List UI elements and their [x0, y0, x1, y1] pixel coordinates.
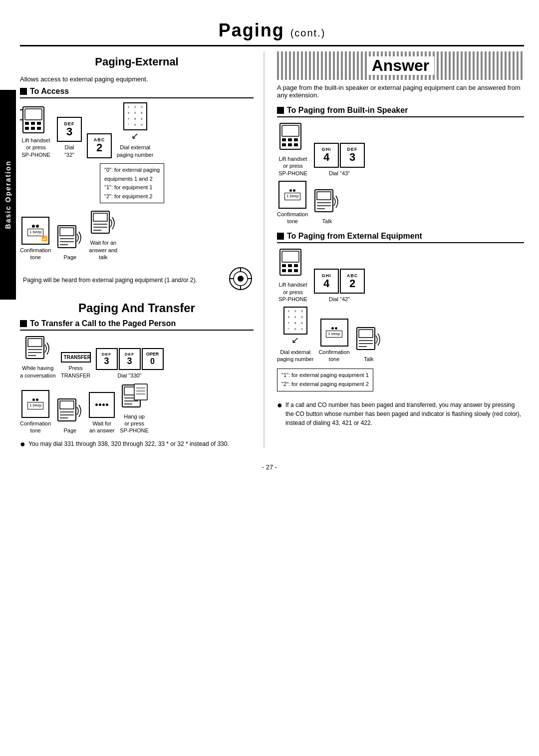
- talk-1-label: Talk: [322, 218, 332, 225]
- svg-rect-63: [294, 264, 298, 267]
- confirmation-tone-box: 1 beep 📶 Confirmation tone: [20, 217, 51, 261]
- dial-330-keys: DEF 3 DEF 3 OPER 0: [96, 348, 164, 370]
- answer-bullet-note: ● If a call and CO number has been paged…: [277, 400, 524, 427]
- beep-icon-5: 1 beep: [320, 319, 348, 347]
- paging-heard-text: Paging will be heard from external pagin…: [23, 276, 221, 285]
- conf-tone-3-label: Confirmation tone: [277, 211, 308, 225]
- svg-point-22: [238, 276, 244, 282]
- page-2-box: Page: [56, 397, 84, 434]
- to-access-header: To Access: [20, 87, 254, 98]
- numpad-icon-box: 123 456 789 *0# ↙ Dial external paging n…: [117, 102, 153, 158]
- svg-rect-16: [93, 213, 107, 221]
- left-column: Paging-External Allows access to externa…: [20, 51, 265, 448]
- talk-2-label: Talk: [364, 356, 374, 363]
- paging-external-section: Paging-External Allows access to externa…: [20, 51, 254, 294]
- svg-rect-60: [282, 251, 299, 262]
- bracket-note-box: "0": for external paging equipments 1 an…: [100, 161, 254, 205]
- paging-heard-note: Paging will be heard from external pagin…: [20, 266, 254, 294]
- ghi-def-keys: GHI 4 DEF 3: [314, 143, 365, 168]
- svg-rect-52: [288, 143, 292, 146]
- numpad-icon: 123 456 789 *0#: [123, 102, 147, 130]
- dial-42-label: Dial "42": [329, 296, 350, 303]
- answer-bullet-text: If a call and CO number has been paged a…: [285, 400, 524, 427]
- speaker-icon: [228, 266, 254, 292]
- lift-handset-box-1: Lift handset or press SP-PHONE: [277, 121, 309, 177]
- svg-rect-50: [294, 138, 298, 141]
- abc-2-key-2: ABC 2: [340, 269, 365, 294]
- dial-arrow-2: ↙: [291, 335, 299, 346]
- dial-32-label: Dial "32": [64, 144, 74, 158]
- page-icon-2: [56, 397, 84, 425]
- phone-icon-2: [277, 121, 309, 153]
- answer-title: Answer: [367, 56, 435, 75]
- paging-transfer-section: Paging And Transfer To Transfer a Call t…: [20, 301, 254, 448]
- black-square-icon-3: [20, 320, 27, 327]
- phone-icon: [20, 105, 52, 137]
- press-transfer-label: Press TRANSFER: [61, 365, 90, 379]
- sidebar-label: Basic Operation: [0, 90, 16, 300]
- lift-handset-label-2: Lift handset or press SP-PHONE: [278, 281, 307, 303]
- speaker-icon-wrap: [228, 266, 254, 294]
- beep-icon: 1 beep 📶: [21, 217, 49, 245]
- page-2-label: Page: [64, 427, 77, 434]
- page-title-bar: Paging (cont.): [20, 15, 524, 46]
- answer-intro: A page from the built-in speaker or exte…: [277, 84, 524, 99]
- ext-equip-note: "1": for external paging equipment 1 "2"…: [277, 369, 373, 391]
- transfer-row1: While having a conversation TRANSFER Pre…: [20, 335, 254, 379]
- svg-rect-6: [31, 127, 35, 130]
- svg-rect-55: [317, 192, 331, 200]
- beep-icon-3: [89, 392, 115, 418]
- bullet-dot: ●: [20, 439, 25, 448]
- def-3-key-answer: DEF 3: [340, 143, 365, 168]
- abc-2-icon-box: ABC 2: [87, 133, 112, 158]
- lift-handset-label-1: Lift handset or press SP-PHONE: [278, 155, 307, 177]
- answer-header: Answer: [277, 51, 524, 80]
- page-icon-box: Page: [56, 224, 84, 261]
- while-having-icon: [24, 335, 52, 363]
- svg-rect-62: [288, 264, 292, 267]
- bullet-dot-2: ●: [277, 400, 282, 409]
- ghi-4-key: GHI 4: [314, 143, 339, 168]
- phone-icon-3: [277, 247, 309, 279]
- paging-options-note: "0": for external paging equipments 1 an…: [100, 163, 164, 203]
- paging-transfer-title: Paging And Transfer: [20, 301, 254, 315]
- wait-answer-label: Wait for an answer: [89, 420, 115, 434]
- page-label: Page: [64, 254, 77, 261]
- svg-rect-1: [25, 109, 42, 120]
- right-column: Answer A page from the built-in speaker …: [265, 51, 524, 448]
- svg-rect-7: [37, 127, 41, 130]
- wait-talk-box: Wait for an answer and talk: [89, 209, 117, 261]
- svg-rect-3: [31, 122, 35, 125]
- dial-external-2-label: Dial external paging number: [277, 349, 313, 363]
- svg-rect-66: [294, 269, 298, 272]
- dial-external-paging-label: Dial external paging number: [117, 144, 153, 158]
- svg-rect-51: [282, 143, 286, 146]
- ext-equip-row1: Lift handset or press SP-PHONE GHI 4 ABC…: [277, 247, 524, 303]
- talk-2-box: Talk: [355, 326, 383, 363]
- svg-rect-48: [282, 138, 286, 141]
- talk-1-box: Talk: [313, 188, 341, 225]
- def-3-key: DEF 3: [57, 117, 82, 142]
- conf-tone-2-label: Confirmation tone: [20, 420, 51, 434]
- confirmation-tone-label: Confirmation tone: [20, 247, 51, 261]
- ext-bracket-box: "1": for external paging equipment 1 "2"…: [277, 367, 524, 393]
- conf-tone-4-box: 1 beep Confirmation tone: [318, 319, 349, 363]
- svg-rect-33: [60, 401, 74, 409]
- svg-rect-2: [25, 122, 29, 125]
- built-in-row2: 1 beep Confirmation tone Talk: [277, 181, 524, 225]
- svg-rect-11: [60, 228, 74, 236]
- dial-330-box: DEF 3 DEF 3 OPER 0 D: [96, 348, 164, 379]
- transfer-row2: 1 beep Confirmation tone: [20, 383, 254, 434]
- hang-up-label: Hang up or press SP-PHONE: [120, 413, 148, 434]
- talk-icon-2: [355, 326, 383, 354]
- svg-rect-5: [25, 127, 29, 130]
- black-square-icon-4: [277, 107, 284, 114]
- dial-330-label: Dial "330": [117, 372, 141, 379]
- hang-up-icon: [120, 383, 148, 411]
- black-square-icon: [20, 88, 27, 95]
- lift-handset-box-2: Lift handset or press SP-PHONE: [277, 247, 309, 303]
- ghi-abc-keys-box: GHI 4 ABC 2 Dial "42": [314, 269, 365, 303]
- numpad-icon-2: 123 456 789 *0#: [283, 307, 307, 335]
- def-3-key-1: DEF 3: [96, 348, 118, 370]
- dial-43-label: Dial "43": [329, 170, 350, 177]
